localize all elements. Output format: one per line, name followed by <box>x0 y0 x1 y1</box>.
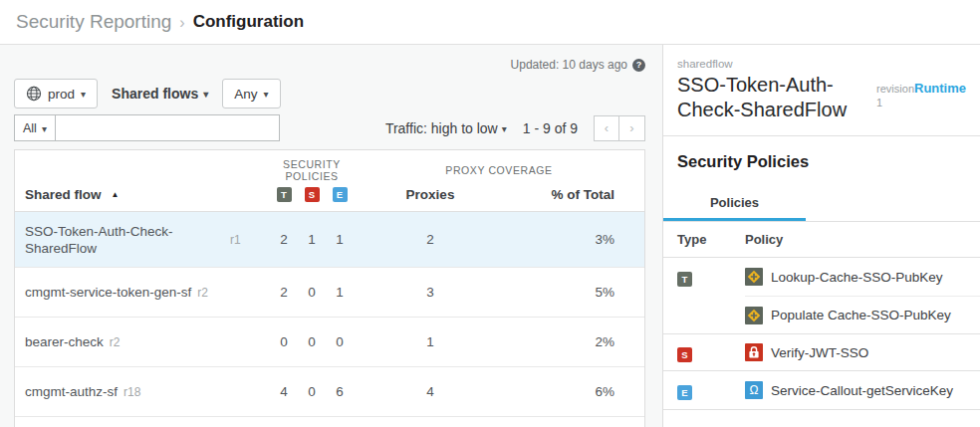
security-policy-badge: S <box>305 187 320 202</box>
policy-group-traffic: T Lookup-Cache-SSO-PubKey <box>663 258 980 334</box>
table-group-header: SECURITY POLICIES PROXY COVERAGE <box>15 150 644 177</box>
any-filter-dropdown[interactable]: Any ▾ <box>222 79 280 108</box>
entity-type-label: sharedflow <box>677 58 966 70</box>
policy-name: Lookup-Cache-SSO-PubKey <box>771 270 943 285</box>
environment-label: prod <box>48 87 75 102</box>
proxy-coverage-group-header: PROXY COVERAGE <box>354 164 644 176</box>
security-count: 0 <box>298 285 326 300</box>
extension-policy-badge: E <box>677 385 692 400</box>
extension-count: 6 <box>326 384 354 399</box>
shared-flow-table: SECURITY POLICIES PROXY COVERAGE Shared … <box>14 149 645 427</box>
revision-block: revision Runtime 1 <box>876 81 966 122</box>
pct-of-total: 6% <box>507 384 644 399</box>
revision-label: revision <box>876 83 914 95</box>
chevron-down-icon: ▾ <box>42 123 47 134</box>
revision-label: r2 <box>197 286 208 300</box>
filter-toolbar: prod ▾ Shared flows ▾ Any ▾ <box>14 79 645 108</box>
shared-flow-name: bearer-check <box>25 333 104 350</box>
policy-name: Populate Cache-SSO-PubKey <box>771 308 951 322</box>
chevron-left-icon: ‹ <box>605 120 609 135</box>
type-column-header: Type <box>677 232 745 247</box>
proxies-column-header[interactable]: Proxies <box>354 187 507 202</box>
traffic-count: 2 <box>270 232 298 247</box>
extension-count: 1 <box>326 285 354 300</box>
traffic-count: 0 <box>270 334 298 349</box>
traffic-policy-badge: T <box>677 272 692 287</box>
chevron-down-icon: ▾ <box>81 89 86 100</box>
policy-row[interactable]: Lookup-Cache-SSO-PubKey <box>745 258 980 296</box>
cache-icon <box>745 268 763 286</box>
traffic-count: 4 <box>270 384 298 399</box>
cache-icon <box>745 307 763 324</box>
security-count: 0 <box>298 384 326 399</box>
next-page-button[interactable]: › <box>619 115 645 141</box>
proxies-count: 1 <box>354 334 507 349</box>
proxies-count: 4 <box>354 384 507 399</box>
traffic-sort-dropdown[interactable]: Traffic: high to low ▾ <box>385 120 507 136</box>
policy-name: Verify-JWT-SSO <box>771 345 868 360</box>
revision-value: 1 <box>876 97 966 108</box>
pagination-range: 1 - 9 of 9 <box>523 120 578 136</box>
traffic-policy-badge: T <box>277 187 292 202</box>
pct-of-total: 2% <box>507 334 644 349</box>
search-input[interactable] <box>56 114 280 141</box>
security-policy-badge: S <box>677 347 692 362</box>
shared-flow-title: SSO-Token-Auth-Check-SharedFlow <box>677 73 870 122</box>
policy-row[interactable]: Ω Service-Callout-getServiceKey <box>745 371 980 409</box>
extension-count: 1 <box>326 232 354 247</box>
policy-table-header: Type Policy <box>663 222 980 258</box>
search-scope-dropdown[interactable]: All ▾ <box>14 114 56 141</box>
search-group: All ▾ <box>14 114 280 141</box>
environment-dropdown[interactable]: prod ▾ <box>14 79 98 108</box>
chevron-down-icon: ▾ <box>203 89 208 100</box>
verify-jwt-lock-icon <box>745 343 763 361</box>
extension-policy-badge: E <box>333 187 348 202</box>
table-column-header: Shared flow ▲ T S E Proxies % of Total <box>15 177 644 212</box>
breadcrumb-parent-link[interactable]: Security Reporting <box>16 11 171 33</box>
policy-row[interactable]: Verify-JWT-SSO <box>745 334 980 370</box>
policy-group-security: S Verify-JWT-SSO <box>663 334 980 371</box>
globe-icon <box>26 86 42 102</box>
list-controls: Traffic: high to low ▾ 1 - 9 of 9 ‹ › <box>385 115 645 141</box>
detail-tab-bar: Policies <box>663 186 980 222</box>
table-row[interactable]: SSO-Token-Auth-Check-SharedFlow r1 2 1 1… <box>15 212 644 268</box>
pct-of-total: 5% <box>507 285 644 300</box>
report-list-panel: Updated: 10 days ago ? prod ▾ Shared flo… <box>0 45 662 427</box>
revision-label: r1 <box>230 233 241 247</box>
pct-total-column-header[interactable]: % of Total <box>507 187 644 202</box>
shared-flow-name: cmgmt-service-token-gen-sf <box>25 284 191 301</box>
sort-ascending-icon: ▲ <box>112 190 120 199</box>
extension-count: 0 <box>326 334 354 349</box>
security-policies-heading: Security Policies <box>677 152 980 171</box>
shared-flow-name: SSO-Token-Auth-Check-SharedFlow <box>25 223 224 257</box>
revision-label: r2 <box>110 335 121 349</box>
policy-row[interactable]: Populate Cache-SSO-PubKey <box>745 296 980 333</box>
traffic-sort-label: Traffic: high to low <box>385 120 498 136</box>
pct-of-total: 3% <box>507 232 644 247</box>
table-row[interactable]: cmgmt-authz-sf r18 4 0 6 4 6% <box>15 367 644 417</box>
policy-name: Service-Callout-getServiceKey <box>771 383 953 398</box>
tab-policies[interactable]: Policies <box>663 186 806 221</box>
breadcrumb-separator-icon: › <box>179 14 184 32</box>
prev-page-button[interactable]: ‹ <box>594 115 619 141</box>
security-count: 0 <box>298 334 326 349</box>
help-icon[interactable]: ? <box>632 59 645 72</box>
table-row[interactable]: bearer-check r2 0 0 0 1 2% <box>15 318 644 367</box>
proxies-count: 3 <box>354 285 507 300</box>
chevron-down-icon: ▾ <box>264 89 269 100</box>
table-row[interactable]: cmgmt-service-token-gen-sf r2 2 0 1 3 5% <box>15 268 644 318</box>
traffic-count: 2 <box>270 285 298 300</box>
proxies-count: 2 <box>354 232 507 247</box>
any-filter-label: Any <box>234 87 257 102</box>
updated-status: Updated: 10 days ago ? <box>14 57 645 73</box>
scope-label: Shared flows <box>112 86 198 102</box>
search-toolbar: All ▾ Traffic: high to low ▾ 1 - 9 of 9 … <box>14 114 645 141</box>
detail-header: sharedflow SSO-Token-Auth-Check-SharedFl… <box>663 45 980 136</box>
policy-group-extension: E Ω Service-Callout-getServiceKey <box>663 371 980 410</box>
revision-label: r18 <box>123 385 140 399</box>
pager: ‹ › <box>594 115 645 141</box>
scope-dropdown[interactable]: Shared flows ▾ <box>112 86 208 102</box>
runtime-link[interactable]: Runtime <box>914 81 966 96</box>
shared-flow-detail-panel: sharedflow SSO-Token-Auth-Check-SharedFl… <box>662 45 980 427</box>
shared-flow-column-header[interactable]: Shared flow ▲ <box>15 187 270 202</box>
